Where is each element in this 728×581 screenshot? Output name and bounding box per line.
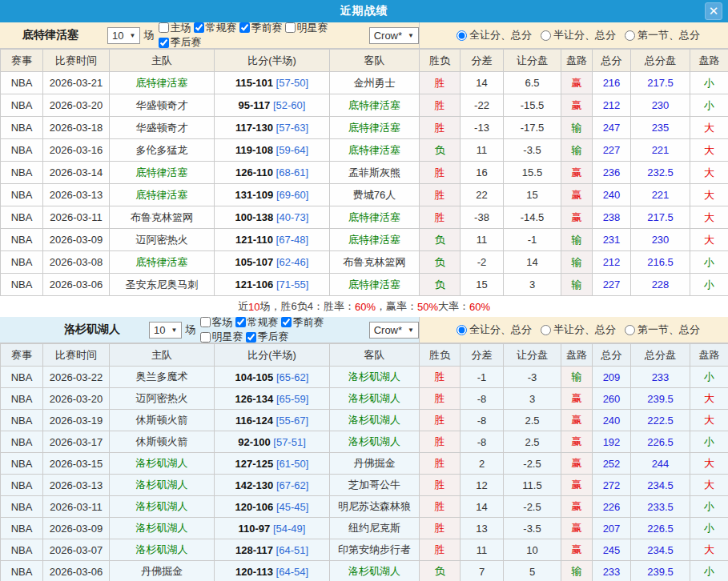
result-cell: 胜 xyxy=(420,367,461,388)
date-cell: 2026-03-11 xyxy=(43,496,110,518)
filter-checkbox-item: 季前赛 xyxy=(236,21,282,35)
mode-radio-group: 全让分、总分半让分、总分第一节、总分 xyxy=(419,22,728,48)
over-under-road-cell: 小 xyxy=(690,561,728,581)
filter-checkbox[interactable] xyxy=(194,22,204,33)
home-team-name: 底特律活塞 xyxy=(136,189,188,201)
team-panel-lakers: 洛杉矶湖人 10 ▼ 场 客场常规赛季前赛明星赛季后赛 Crow* ▼ 全让分、… xyxy=(0,317,728,581)
filter-checkbox[interactable] xyxy=(159,38,169,48)
filter-checkbox[interactable] xyxy=(200,332,211,343)
date-cell: 2026-03-20 xyxy=(43,388,110,410)
column-header: 主队 xyxy=(110,50,215,72)
game-row: NBA2026-03-18华盛顿奇才117-130 [57-63]底特律活塞胜-… xyxy=(1,117,728,139)
home-team-cell: 迈阿密热火 xyxy=(110,388,215,410)
away-team-name: 洛杉矶湖人 xyxy=(348,565,400,577)
away-team-name: 孟菲斯灰熊 xyxy=(348,166,400,178)
total-points-cell: 245 xyxy=(593,539,631,561)
column-header: 总分盘 xyxy=(631,50,690,72)
mode-radio[interactable] xyxy=(541,30,551,41)
score-half: [69-60] xyxy=(273,189,308,201)
bookmaker-select[interactable]: Crow* ▼ xyxy=(369,27,419,44)
game-row: NBA2026-03-07洛杉矶湖人128-117 [64-51]印第安纳步行者… xyxy=(1,539,728,561)
score-main: 142-130 xyxy=(235,479,274,491)
date-cell: 2026-03-19 xyxy=(43,410,110,431)
away-team-name: 印第安纳步行者 xyxy=(338,543,411,555)
over-under-road-cell: 小 xyxy=(690,94,728,117)
over-under-road-cell: 大 xyxy=(690,184,728,206)
bookmaker-select[interactable]: Crow* ▼ xyxy=(369,322,419,339)
mode-radio[interactable] xyxy=(457,30,467,41)
total-line-cell: 226.5 xyxy=(631,431,690,453)
away-team-cell: 底特律活塞 xyxy=(330,206,420,229)
date-cell: 2026-03-21 xyxy=(43,72,110,94)
summary-segment: 60% xyxy=(355,301,376,313)
team-name: 洛杉矶湖人 xyxy=(64,323,120,337)
summary-segment: 近 xyxy=(238,299,248,314)
chevron-down-icon: ▼ xyxy=(408,32,414,39)
games-count-select[interactable]: 10 ▼ xyxy=(107,27,140,44)
games-count-select[interactable]: 10 ▼ xyxy=(149,322,182,339)
mode-radio[interactable] xyxy=(625,325,635,335)
game-row: NBA2026-03-13洛杉矶湖人142-130 [67-62]芝加哥公牛胜1… xyxy=(1,475,728,496)
date-cell: 2026-03-11 xyxy=(43,206,110,229)
mode-radio[interactable] xyxy=(457,325,467,335)
mode-radio[interactable] xyxy=(541,325,551,335)
handicap-line-cell: 3 xyxy=(504,274,561,296)
summary-segment: 50% xyxy=(417,301,438,313)
total-points-cell: 272 xyxy=(593,475,631,496)
result-cell: 胜 xyxy=(420,539,461,561)
home-team-name: 洛杉矶湖人 xyxy=(136,522,188,534)
close-icon: ✕ xyxy=(709,4,719,18)
total-line-cell: 226.5 xyxy=(631,518,690,539)
score-main: 104-105 xyxy=(235,371,274,383)
home-team-cell: 休斯顿火箭 xyxy=(110,410,215,431)
summary-segment: ，赢率： xyxy=(376,299,417,314)
league-cell: NBA xyxy=(1,139,43,162)
game-row: NBA2026-03-14底特律活塞126-110 [68-61]孟菲斯灰熊胜1… xyxy=(1,162,728,184)
filter-checkbox-item: 季前赛 xyxy=(278,315,324,330)
league-cell: NBA xyxy=(1,229,43,251)
filter-checkbox-label: 明星赛 xyxy=(211,330,243,344)
score-main: 100-138 xyxy=(235,211,274,223)
point-diff-cell: 13 xyxy=(461,518,504,539)
total-line-cell: 244 xyxy=(631,453,690,475)
filter-checkbox[interactable] xyxy=(285,22,296,33)
filter-checkbox[interactable] xyxy=(239,22,250,33)
score-main: 110-97 xyxy=(239,523,271,535)
score-cell: 119-108 [59-64] xyxy=(215,139,330,162)
filter-checkbox[interactable] xyxy=(200,317,211,327)
mode-radio-item: 全让分、总分 xyxy=(448,323,532,337)
filter-checkbox-label: 明星赛 xyxy=(296,21,328,35)
filter-checkbox[interactable] xyxy=(235,317,246,327)
handicap-road-cell: 赢 xyxy=(561,431,593,453)
column-header: 比赛时间 xyxy=(43,50,110,72)
result-cell: 胜 xyxy=(420,453,461,475)
close-button[interactable]: ✕ xyxy=(705,2,722,20)
home-team-name: 底特律活塞 xyxy=(136,77,188,89)
result-cell: 胜 xyxy=(420,496,461,518)
home-team-name: 洛杉矶湖人 xyxy=(136,500,188,512)
score-main: 127-125 xyxy=(235,458,274,470)
handicap-line-cell: -2.5 xyxy=(504,496,561,518)
handicap-road-cell: 输 xyxy=(561,367,593,388)
handicap-line-cell: -17.5 xyxy=(504,117,561,139)
home-team-name: 多伦多猛龙 xyxy=(136,144,188,156)
result-cell: 胜 xyxy=(420,72,461,94)
summary-row: 近 10 场，胜6负4：胜率：60%，赢率：50% 大率：60% xyxy=(0,296,728,317)
filter-checkbox-label: 客场 xyxy=(211,315,232,330)
total-points-cell: 207 xyxy=(593,518,631,539)
total-line-cell: 232.5 xyxy=(631,162,690,184)
away-team-name: 底特律活塞 xyxy=(348,234,400,246)
home-team-name: 奥兰多魔术 xyxy=(136,371,188,383)
result-cell: 胜 xyxy=(420,475,461,496)
league-cell: NBA xyxy=(1,388,43,410)
summary-segment: 场，胜6负4：胜率： xyxy=(259,299,354,314)
filter-checkbox[interactable] xyxy=(281,317,292,327)
filter-checkbox[interactable] xyxy=(159,22,169,33)
score-half: [57-63] xyxy=(273,122,308,134)
mode-radio[interactable] xyxy=(625,30,635,41)
home-team-name: 休斯顿火箭 xyxy=(136,435,188,447)
away-team-cell: 布鲁克林篮网 xyxy=(330,251,420,274)
handicap-road-cell: 输 xyxy=(561,117,593,139)
column-header: 比分(半场) xyxy=(215,344,330,367)
filter-checkbox[interactable] xyxy=(246,332,256,343)
